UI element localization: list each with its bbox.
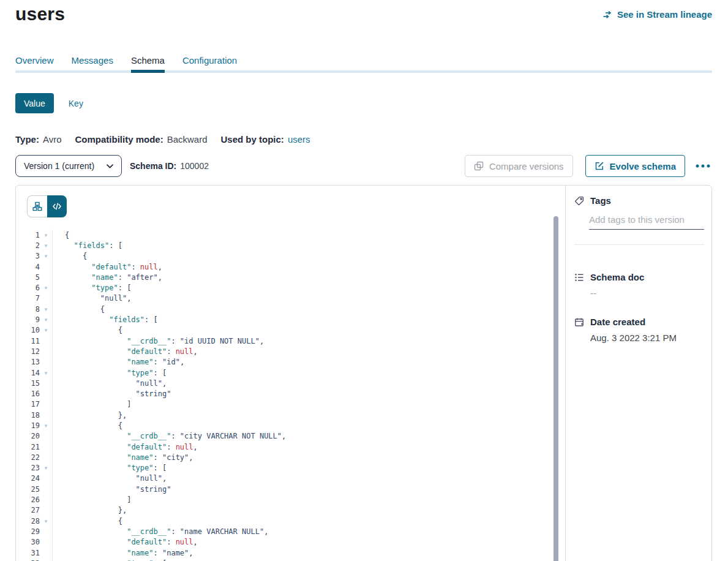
chevron-down-icon — [107, 164, 113, 168]
compatibility-value: Backward — [167, 134, 208, 145]
editor-view-toggle — [27, 195, 67, 217]
fold-arrow-icon[interactable]: ▾ — [40, 306, 52, 312]
code-text: "default": null, — [53, 538, 198, 546]
sidebar-divider — [574, 244, 704, 245]
tree-view-icon — [32, 201, 42, 211]
value-toggle-button[interactable]: Value — [15, 93, 54, 113]
code-text: "null", — [53, 474, 167, 483]
code-text: "name": "name", — [53, 549, 193, 557]
code-line: 6▾ "type": [ — [16, 282, 565, 293]
topic-link[interactable]: users — [288, 134, 310, 145]
tab-schema[interactable]: Schema — [131, 55, 165, 69]
fold-arrow-icon[interactable]: ▾ — [40, 253, 52, 259]
code-line: 21 "default": null, — [16, 442, 565, 452]
type-value: Avro — [43, 134, 62, 145]
code-line: 16 "string" — [16, 388, 565, 399]
line-number: 9 — [16, 315, 40, 324]
code-line: 5 "name": "after", — [16, 272, 565, 282]
calendar-icon — [574, 317, 584, 327]
more-options-button[interactable] — [694, 157, 712, 175]
code-text: ] — [53, 495, 131, 504]
schema-meta-row: Type: Avro Compatibility mode: Backward … — [15, 134, 310, 145]
line-number: 31 — [16, 549, 40, 557]
code-view-button[interactable] — [47, 195, 67, 217]
schema-id-label: Schema ID: — [130, 161, 176, 171]
date-created-value: Aug. 3 2022 3:21 PM — [590, 333, 704, 343]
page-title: users — [15, 4, 65, 24]
code-text: { — [53, 305, 105, 314]
code-text: "default": null, — [53, 347, 198, 356]
tags-heading-label: Tags — [590, 195, 611, 206]
fold-arrow-icon[interactable]: ▾ — [40, 370, 52, 376]
tag-icon — [574, 196, 584, 206]
lineage-link-label: See in Stream lineage — [617, 9, 712, 20]
line-number: 27 — [16, 506, 40, 514]
line-number: 25 — [16, 485, 40, 494]
fold-arrow-icon[interactable]: ▾ — [40, 465, 52, 471]
fold-arrow-icon[interactable]: ▾ — [40, 232, 52, 238]
code-line: 20 "__crdb__": "city VARCHAR NOT NULL", — [16, 431, 565, 442]
code-line: 23▾ "type": [ — [16, 463, 565, 473]
compare-versions-button[interactable]: Compare versions — [465, 155, 573, 177]
schema-doc-heading-label: Schema doc — [590, 272, 644, 282]
fold-arrow-icon[interactable]: ▾ — [40, 423, 52, 429]
code-line: 30 "default": null, — [16, 537, 565, 548]
line-number: 4 — [16, 263, 40, 271]
active-tab-indicator — [131, 70, 165, 73]
code-text: "null", — [53, 379, 167, 388]
code-line: 18 }, — [16, 410, 565, 420]
fold-arrow-icon[interactable]: ▾ — [40, 327, 52, 333]
tree-view-button[interactable] — [27, 195, 47, 217]
code-line: 2▾ "fields": [ — [16, 240, 565, 250]
fold-arrow-icon[interactable]: ▾ — [40, 285, 52, 291]
fold-arrow-icon[interactable]: ▾ — [40, 317, 52, 323]
code-text: }, — [53, 506, 127, 514]
key-toggle-button[interactable]: Key — [69, 99, 83, 108]
version-select[interactable]: Version 1 (current) — [15, 155, 122, 177]
code-text: { — [53, 252, 87, 260]
schema-type: Type: Avro — [15, 134, 61, 145]
fold-arrow-icon[interactable]: ▾ — [40, 518, 52, 524]
line-number: 23 — [16, 464, 40, 472]
line-number: 10 — [16, 326, 40, 334]
code-line: 19▾ { — [16, 420, 565, 431]
code-line: 22 "name": "city", — [16, 452, 565, 462]
schema-code-editor: 1▾{2▾ "fields": [3▾ {4 "default": null,5… — [16, 186, 565, 561]
code-text: "fields": [ — [53, 241, 122, 250]
type-label: Type: — [15, 134, 39, 145]
fold-arrow-icon[interactable]: ▾ — [40, 243, 52, 249]
tab-messages[interactable]: Messages — [72, 55, 113, 69]
line-number: 22 — [16, 453, 40, 462]
code-text: "string" — [53, 390, 171, 398]
line-number: 15 — [16, 379, 40, 388]
see-in-stream-lineage-link[interactable]: See in Stream lineage — [602, 9, 712, 20]
evolve-schema-button[interactable]: Evolve schema — [585, 155, 685, 177]
line-number: 14 — [16, 369, 40, 377]
edit-icon — [595, 161, 604, 171]
code-line: 3▾ { — [16, 251, 565, 262]
code-text: "null", — [53, 294, 131, 303]
line-number: 24 — [16, 474, 40, 483]
tab-overview[interactable]: Overview — [15, 55, 54, 69]
list-icon — [574, 273, 584, 282]
compare-versions-icon — [474, 161, 484, 171]
editor-vertical-scrollbar[interactable] — [554, 216, 558, 561]
code-line: 11 "__crdb__": "id UUID NOT NULL", — [16, 336, 565, 346]
tab-configuration[interactable]: Configuration — [182, 55, 237, 69]
add-tags-input[interactable] — [589, 213, 704, 230]
code-line: 7 "null", — [16, 293, 565, 304]
code-line: 31 "name": "name", — [16, 548, 565, 558]
code-line: 1▾{ — [16, 230, 565, 240]
code-text: "default": null, — [53, 443, 198, 451]
line-number: 29 — [16, 527, 40, 536]
date-created-section-heading: Date created — [574, 317, 704, 327]
compare-versions-label: Compare versions — [489, 161, 564, 171]
line-number: 17 — [16, 400, 40, 409]
code-text: }, — [53, 411, 127, 420]
schema-doc-value: -- — [590, 288, 704, 298]
code-text: "__crdb__": "name VARCHAR NULL", — [53, 527, 268, 536]
compatibility-mode: Compatibility mode: Backward — [75, 134, 207, 145]
line-number: 20 — [16, 432, 40, 440]
code-line: 17 ] — [16, 399, 565, 410]
code-lines: 1▾{2▾ "fields": [3▾ {4 "default": null,5… — [16, 230, 565, 561]
